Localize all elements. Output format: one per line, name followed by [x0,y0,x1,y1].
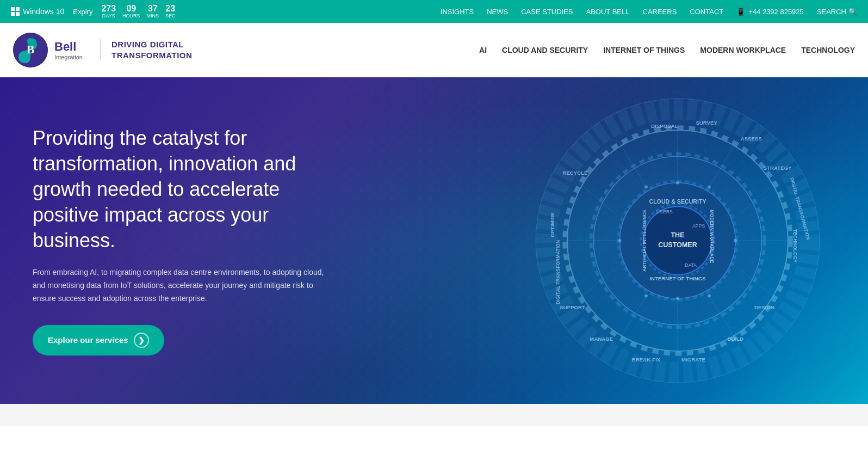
phone-icon: 📱 [736,8,745,16]
svg-text:DISPOSAL: DISPOSAL [651,123,678,129]
windows-icon [11,7,20,16]
svg-text:MIGRATE: MIGRATE [681,357,705,363]
svg-text:THE: THE [671,231,684,239]
arrow-icon: ❯ [134,333,149,348]
svg-point-51 [708,295,711,298]
svg-text:INTERNET OF THINGS: INTERNET OF THINGS [649,275,706,281]
nav-technology[interactable]: TECHNOLOGY [801,46,855,54]
windows-logo: Windows 10 [11,7,64,16]
nav-insights[interactable]: INSIGHTS [441,8,474,16]
logo-text: Bell Integration [54,40,83,60]
nav-case-studies[interactable]: CASE STUDIES [521,8,573,16]
explore-services-button[interactable]: Explore our services ❯ [33,325,164,355]
hero-section: Providing the catalyst for transformatio… [0,77,868,404]
nav-ai[interactable]: AI [479,46,487,54]
svg-text:RECYCLE: RECYCLE [562,170,588,176]
svg-point-50 [734,239,737,242]
hero-headline: Providing the catalyst for transformatio… [33,126,348,253]
svg-text:APPS: APPS [692,223,705,229]
secs-counter: 23 SEC [165,4,176,19]
logo-circle: B [13,33,48,68]
service-nav: AI CLOUD AND SECURITY INTERNET OF THINGS… [479,46,855,54]
svg-text:MODERN WORKPLACE: MODERN WORKPLACE [709,210,715,263]
svg-point-48 [676,181,679,185]
mins-counter: 37 MINS [147,4,159,19]
svg-text:CUSTOMER: CUSTOMER [658,241,697,249]
nav-iot[interactable]: INTERNET OF THINGS [603,46,685,54]
phone-link[interactable]: 📱 +44 2392 825925 [736,8,804,16]
nav-modern-workplace[interactable]: MODERN WORKPLACE [700,46,786,54]
svg-point-49 [708,186,711,189]
top-bar: Windows 10 Expiry 273 DAYS 09 HOURS 37 M… [0,0,868,23]
svg-point-54 [618,239,622,242]
search-icon: 🔍 [848,8,857,16]
search-button[interactable]: SEARCH 🔍 [817,8,857,16]
days-counter: 273 DAYS [101,4,116,19]
svg-text:USERS: USERS [656,209,673,214]
countdown: 273 DAYS 09 HOURS 37 MINS 23 SEC [101,4,175,19]
nav-careers[interactable]: CAREERS [643,8,677,16]
nav-contact[interactable]: CONTACT [690,8,723,16]
top-bar-nav: INSIGHTS NEWS CASE STUDIES ABOUT BELL CA… [441,8,857,16]
main-nav: B Bell Integration DRIVING DIGITALTRANSF… [0,23,868,77]
svg-text:OPTIMISE: OPTIMISE [549,212,555,237]
svg-point-53 [644,295,648,298]
svg-text:TECHNOLOGY: TECHNOLOGY [792,229,798,263]
svg-point-52 [676,297,679,300]
nav-about-bell[interactable]: ABOUT BELL [586,8,630,16]
logo-area: B Bell Integration DRIVING DIGITALTRANSF… [13,33,192,68]
gear-diagram: THE CUSTOMER CLOUD & SECURITY ARTIFICIAL… [466,83,868,398]
top-bar-left: Windows 10 Expiry 273 DAYS 09 HOURS 37 M… [11,4,176,19]
svg-text:ASSESS: ASSESS [741,136,762,142]
svg-text:MANAGE: MANAGE [590,336,613,342]
svg-text:ARTIFICIAL INTELLIGENCE: ARTIFICIAL INTELLIGENCE [642,210,647,272]
logo-tagline: DRIVING DIGITALTRANSFORMATION [100,39,192,60]
svg-text:B: B [27,42,35,56]
hero-subtext: From embracing AI, to migrating complex … [33,266,326,305]
hours-counter: 09 HOURS [122,4,140,19]
nav-news[interactable]: NEWS [487,8,508,16]
footer-bar [0,404,868,426]
svg-point-55 [644,186,648,189]
os-label: Windows 10 [23,7,64,16]
svg-text:STRATEGY: STRATEGY [764,165,792,171]
expiry-label: Expiry [73,8,92,16]
svg-text:DESIGN: DESIGN [754,304,774,310]
hero-content: Providing the catalyst for transformatio… [0,93,381,388]
svg-text:DATA: DATA [685,262,697,268]
logo-brand: Bell [54,40,83,54]
svg-text:SURVEY: SURVEY [696,120,717,126]
svg-text:DIGITAL TRANSFORMATION: DIGITAL TRANSFORMATION [555,240,561,304]
svg-text:BREAK-FIX: BREAK-FIX [632,357,661,363]
logo-sub: Integration [54,54,83,60]
svg-text:CLOUD & SECURITY: CLOUD & SECURITY [649,198,706,205]
svg-text:SUPPORT: SUPPORT [560,304,585,310]
nav-cloud-security[interactable]: CLOUD AND SECURITY [502,46,588,54]
